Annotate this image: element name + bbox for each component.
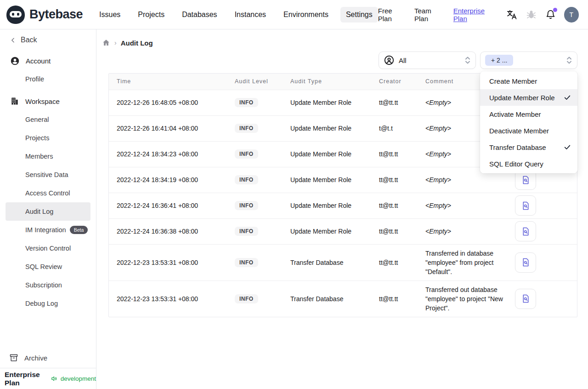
cell-time: 2022-12-26 16:41:04 +08:00 bbox=[109, 115, 235, 141]
check-icon bbox=[564, 143, 571, 151]
cell-audit-type: Transfer Database bbox=[290, 244, 379, 280]
user-avatar[interactable]: T bbox=[564, 7, 579, 23]
section-title: Workspace bbox=[25, 97, 60, 105]
check-icon bbox=[564, 94, 571, 101]
sidebar-item-label: Subscription bbox=[25, 281, 62, 289]
speaker-icon bbox=[51, 375, 57, 383]
sidebar-item-profile[interactable]: Profile bbox=[0, 70, 91, 88]
sidebar-item-projects[interactable]: Projects bbox=[0, 129, 91, 147]
sidebar-item-im-integration[interactable]: IM Integration Beta bbox=[0, 221, 91, 239]
team-plan-link[interactable]: Team Plan bbox=[414, 7, 446, 23]
col-audit-type: Audit Type bbox=[290, 74, 379, 90]
back-label: Back bbox=[21, 36, 37, 44]
cell-creator: tt@tt.tt bbox=[379, 141, 425, 167]
workspace-icon bbox=[10, 97, 19, 106]
section-workspace: Workspace bbox=[0, 92, 96, 110]
sidebar-item-audit-log[interactable]: Audit Log bbox=[6, 202, 90, 221]
sidebar-item-label: Version Control bbox=[25, 245, 71, 252]
cell-creator: tt@tt.tt bbox=[379, 90, 425, 115]
chevron-right-icon: › bbox=[114, 39, 117, 46]
archive-button[interactable]: Archive bbox=[0, 348, 96, 368]
cell-audit-type: Update Member Role bbox=[290, 167, 379, 193]
table-row: 2022-12-23 13:53:31 +08:00 INFO Transfer… bbox=[109, 280, 577, 317]
bytebase-logo[interactable]: Bytebase bbox=[6, 6, 83, 24]
nav-environments[interactable]: Environments bbox=[278, 7, 334, 23]
level-badge: INFO bbox=[235, 98, 258, 107]
sidebar-item-access-control[interactable]: Access Control bbox=[0, 184, 91, 202]
cell-creator: tt@tt.tt bbox=[379, 167, 425, 193]
breadcrumb-current: Audit Log bbox=[121, 39, 153, 47]
view-detail-button[interactable] bbox=[515, 195, 536, 216]
plan-footer: Enterprise Plan development bbox=[0, 368, 96, 389]
menu-item-sql-editor-query[interactable]: SQL Editor Query bbox=[480, 155, 577, 172]
cell-time: 2022-12-24 16:36:38 +08:00 bbox=[109, 218, 235, 244]
table-row: 2022-12-24 16:36:41 +08:00 INFO Update M… bbox=[109, 193, 577, 218]
cell-audit-type: Update Member Role bbox=[290, 218, 379, 244]
back-button[interactable]: Back bbox=[0, 29, 96, 49]
sidebar-item-label: Audit Log bbox=[25, 208, 53, 215]
home-icon[interactable] bbox=[102, 39, 110, 47]
enterprise-plan-link[interactable]: Enterprise Plan bbox=[453, 7, 498, 23]
nav-issues[interactable]: Issues bbox=[94, 7, 126, 23]
menu-item-label: SQL Editor Query bbox=[489, 160, 571, 168]
top-navbar: Bytebase Issues Projects Databases Insta… bbox=[0, 0, 588, 29]
document-search-icon bbox=[521, 257, 531, 267]
nav-instances[interactable]: Instances bbox=[229, 7, 271, 23]
cell-comment: <Empty> bbox=[425, 193, 509, 218]
chevron-up-down-icon bbox=[464, 56, 471, 64]
cell-audit-type: Update Member Role bbox=[290, 90, 379, 115]
menu-item-label: Transfer Database bbox=[489, 143, 564, 151]
notification-bell-icon[interactable] bbox=[545, 9, 556, 21]
level-badge: INFO bbox=[235, 201, 258, 210]
cell-creator: tt@tt.tt bbox=[379, 280, 425, 317]
selected-types-badge: + 2 ... bbox=[485, 55, 513, 66]
current-plan-label: Enterprise Plan bbox=[5, 371, 48, 387]
col-time: Time bbox=[109, 74, 235, 90]
sidebar-item-subscription[interactable]: Subscription bbox=[0, 276, 91, 294]
menu-item-update-member-role[interactable]: Update Member Role bbox=[480, 89, 577, 106]
nav-settings[interactable]: Settings bbox=[340, 7, 378, 23]
account-icon bbox=[10, 56, 20, 66]
person-circle-icon bbox=[384, 55, 395, 66]
creator-filter-select[interactable]: All bbox=[379, 51, 476, 69]
translate-icon[interactable] bbox=[506, 9, 518, 21]
menu-item-deactivate-member[interactable]: Deactivate Member bbox=[480, 122, 577, 139]
creator-filter-value: All bbox=[399, 57, 407, 64]
cell-audit-type: Update Member Role bbox=[290, 115, 379, 141]
document-search-icon bbox=[521, 294, 531, 303]
nav-projects[interactable]: Projects bbox=[132, 7, 170, 23]
cell-audit-type: Update Member Role bbox=[290, 141, 379, 167]
nav-databases[interactable]: Databases bbox=[176, 7, 223, 23]
cell-creator: tt@tt.tt bbox=[379, 193, 425, 218]
sidebar-item-label: IM Integration bbox=[25, 226, 66, 234]
col-creator: Creator bbox=[379, 74, 425, 90]
environment-label: development bbox=[61, 375, 96, 382]
view-detail-button[interactable] bbox=[515, 289, 536, 309]
free-plan-link[interactable]: Free Plan bbox=[378, 7, 407, 23]
sidebar-item-general[interactable]: General bbox=[0, 110, 91, 129]
main-nav: Issues Projects Databases Instances Envi… bbox=[94, 7, 378, 23]
menu-item-label: Create Member bbox=[489, 77, 571, 85]
sidebar-item-version-control[interactable]: Version Control bbox=[0, 239, 91, 257]
level-badge: INFO bbox=[235, 227, 258, 236]
sidebar-item-debug-log[interactable]: Debug Log bbox=[0, 294, 91, 313]
view-detail-button[interactable] bbox=[515, 252, 536, 273]
breadcrumb: › Audit Log bbox=[96, 29, 588, 50]
cell-time: 2022-12-23 13:53:31 +08:00 bbox=[109, 244, 235, 280]
sidebar-item-sql-review[interactable]: SQL Review bbox=[0, 257, 91, 276]
sidebar-item-members[interactable]: Members bbox=[0, 147, 91, 166]
audit-type-filter-select[interactable]: + 2 ... bbox=[480, 51, 577, 69]
archive-icon bbox=[9, 353, 18, 362]
menu-item-activate-member[interactable]: Activate Member bbox=[480, 106, 577, 122]
document-search-icon bbox=[521, 227, 531, 236]
level-badge: INFO bbox=[235, 258, 258, 267]
view-detail-button[interactable] bbox=[515, 221, 536, 241]
menu-item-create-member[interactable]: Create Member bbox=[480, 73, 577, 89]
bug-report-icon[interactable] bbox=[526, 9, 537, 21]
cell-comment: Transferred out database "employee" to p… bbox=[425, 281, 509, 317]
table-row: 2022-12-24 16:36:38 +08:00 INFO Update M… bbox=[109, 218, 577, 244]
menu-item-transfer-database[interactable]: Transfer Database bbox=[480, 139, 577, 155]
table-row: 2022-12-23 13:53:31 +08:00 INFO Transfer… bbox=[109, 244, 577, 280]
cell-audit-type: Transfer Database bbox=[290, 280, 379, 317]
sidebar-item-sensitive-data[interactable]: Sensitive Data bbox=[0, 166, 91, 184]
